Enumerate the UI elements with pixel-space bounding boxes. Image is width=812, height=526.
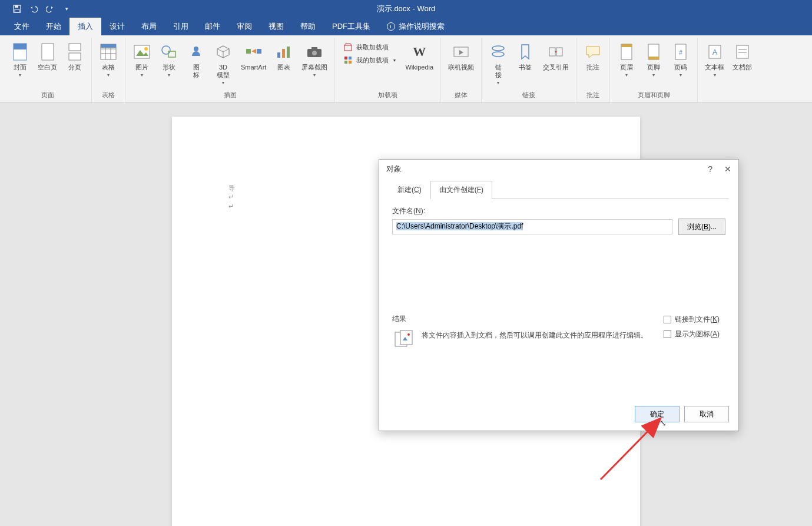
svg-rect-42 [549, 48, 555, 56]
tab-references[interactable]: 引用 [165, 18, 197, 35]
addins-icon [343, 55, 353, 65]
get-addins-button[interactable]: 获取加载项 [341, 41, 398, 53]
svg-rect-32 [311, 47, 317, 49]
cross-reference-button[interactable]: 交叉引用 [539, 39, 572, 74]
blank-page-button[interactable]: 空白页 [34, 39, 61, 74]
page-number-button[interactable]: #页码▾ [668, 39, 694, 80]
comment-button[interactable]: 批注 [580, 39, 606, 74]
browse-button[interactable]: 浏览(B)... [678, 219, 725, 235]
redo-icon[interactable] [46, 5, 54, 13]
svg-rect-33 [344, 45, 352, 51]
svg-rect-36 [344, 61, 347, 64]
svg-rect-57 [400, 330, 412, 345]
ribbon-group-text: A文本框▾ 文档部 [698, 38, 759, 102]
tab-help[interactable]: 帮助 [292, 18, 324, 35]
cancel-button[interactable]: 取消 [684, 406, 729, 422]
icons-button[interactable]: 图 标 [183, 39, 209, 81]
result-text: 将文件内容插入到文档，然后可以调用创建此文件的应用程序进行编辑。 [422, 330, 648, 341]
textbox-button[interactable]: A文本框▾ [701, 39, 728, 80]
svg-rect-14 [134, 45, 150, 58]
ok-button[interactable]: 确定 [635, 406, 680, 422]
chart-button[interactable]: 图表 [271, 39, 297, 74]
comment-icon [584, 41, 602, 62]
textbox-icon: A [705, 41, 724, 62]
display-as-icon-checkbox[interactable]: 显示为图标(A) [664, 329, 720, 339]
shapes-icon [160, 41, 178, 62]
link-to-file-checkbox[interactable]: 链接到文件(K) [664, 315, 720, 325]
wikipedia-button[interactable]: WWikipedia [402, 39, 437, 74]
save-icon[interactable] [13, 5, 21, 13]
undo-icon[interactable] [29, 5, 38, 13]
qat-customize-icon[interactable]: ▾ [62, 5, 71, 13]
tab-layout[interactable]: 布局 [133, 18, 165, 35]
svg-line-22 [223, 49, 229, 52]
quick-access-toolbar: ▾ [0, 5, 71, 13]
picture-icon [132, 41, 151, 62]
tab-design[interactable]: 设计 [101, 18, 133, 35]
svg-rect-29 [287, 47, 290, 58]
dialog-title: 对象 [386, 164, 402, 174]
video-icon [452, 41, 470, 62]
tab-view[interactable]: 视图 [260, 18, 292, 35]
filename-label: 文件名(N): [392, 206, 725, 216]
wikipedia-icon: W [410, 41, 429, 62]
pictures-button[interactable]: 图片▾ [129, 39, 155, 80]
tab-pdf-tools[interactable]: PDF工具集 [324, 18, 379, 35]
svg-point-40 [492, 46, 504, 51]
my-addins-button[interactable]: 我的加载项▾ [341, 54, 398, 66]
header-button[interactable]: 页眉▾ [614, 39, 639, 80]
svg-point-59 [407, 333, 410, 336]
link-icon [489, 41, 508, 62]
close-button[interactable]: ✕ [724, 164, 731, 174]
result-icon [395, 330, 416, 348]
link-button[interactable]: 链 接▾ [485, 39, 511, 88]
filename-input[interactable]: C:\Users\Administrator\Desktop\演示.pdf [392, 219, 672, 234]
footer-icon [644, 41, 663, 62]
help-button[interactable]: ? [708, 164, 712, 174]
svg-rect-13 [101, 44, 116, 48]
tab-mailings[interactable]: 邮件 [197, 18, 228, 35]
smartart-button[interactable]: SmartArt [237, 39, 270, 74]
svg-rect-6 [69, 44, 81, 51]
ribbon-group-media: 联机视频 媒体 [441, 38, 482, 102]
svg-rect-53 [737, 45, 748, 58]
ribbon-group-tables: 表格▾ 表格 [92, 38, 125, 102]
svg-marker-26 [251, 49, 256, 54]
page-break-icon [65, 41, 84, 62]
shapes-button[interactable]: 形状▾ [156, 39, 182, 80]
svg-rect-4 [14, 44, 26, 49]
cover-page-button[interactable]: 封面▾ [7, 39, 33, 80]
3d-models-button[interactable]: 3D 模型▾ [210, 39, 236, 88]
svg-rect-34 [344, 57, 347, 59]
table-button[interactable]: 表格▾ [95, 39, 121, 80]
tab-create-new[interactable]: 新建(C) [389, 181, 430, 199]
svg-rect-7 [69, 53, 81, 60]
tab-file[interactable]: 文件 [6, 18, 38, 35]
store-icon [343, 42, 353, 52]
bookmark-button[interactable]: 书签 [512, 39, 538, 74]
quickparts-button[interactable]: 文档部 [729, 39, 755, 74]
dialog-footer: 确定 取消 [379, 400, 738, 431]
svg-point-17 [162, 46, 170, 54]
svg-rect-37 [349, 61, 352, 64]
tab-create-from-file[interactable]: 由文件创建(F) [430, 181, 492, 199]
chart-icon [274, 41, 293, 62]
svg-rect-5 [42, 44, 54, 60]
svg-point-19 [194, 47, 198, 51]
svg-text:A: A [712, 48, 717, 57]
smartart-icon [244, 41, 263, 62]
online-video-button[interactable]: 联机视频 [445, 39, 478, 74]
tab-home[interactable]: 开始 [38, 18, 69, 35]
footer-button[interactable]: 页脚▾ [641, 39, 667, 80]
tab-insert[interactable]: 插入 [69, 18, 101, 35]
tab-review[interactable]: 审阅 [228, 18, 260, 35]
blank-page-icon [38, 41, 57, 62]
dialog-titlebar[interactable]: 对象 ? ✕ [379, 160, 738, 178]
page-break-button[interactable]: 分页 [62, 39, 88, 74]
svg-rect-28 [282, 49, 285, 58]
tell-me-search[interactable]: 操作说明搜索 [379, 18, 453, 35]
screenshot-button[interactable]: 屏幕截图▾ [298, 39, 331, 80]
parts-icon [733, 41, 752, 62]
table-icon [99, 41, 118, 62]
svg-rect-25 [257, 49, 261, 54]
